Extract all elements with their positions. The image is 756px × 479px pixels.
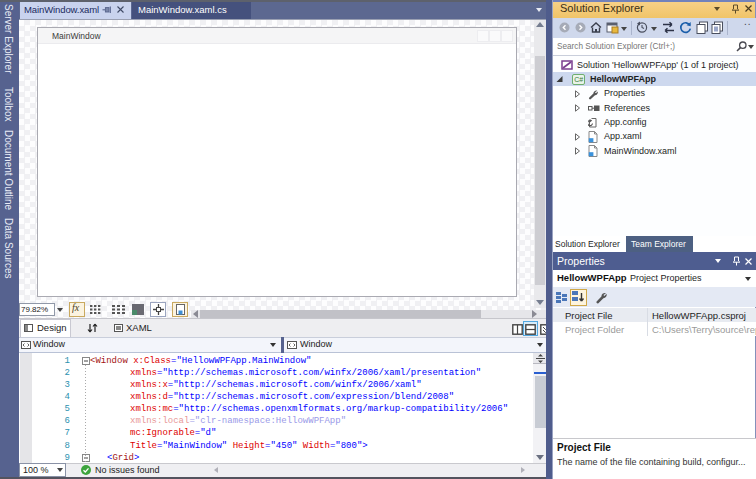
svg-text:C#: C# bbox=[574, 76, 583, 83]
